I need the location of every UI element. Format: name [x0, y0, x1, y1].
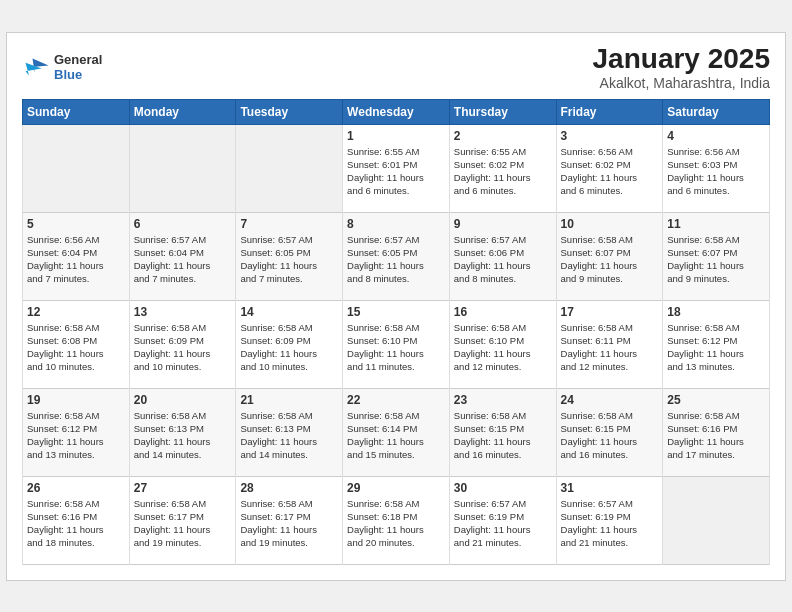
day-cell	[23, 124, 130, 212]
calendar-title: January 2025	[593, 43, 770, 75]
day-number: 16	[454, 305, 552, 319]
day-cell: 11Sunrise: 6:58 AM Sunset: 6:07 PM Dayli…	[663, 212, 770, 300]
calendar-subtitle: Akalkot, Maharashtra, India	[593, 75, 770, 91]
logo-text: General Blue	[54, 52, 102, 82]
day-number: 10	[561, 217, 659, 231]
day-header-monday: Monday	[129, 99, 236, 124]
day-info: Sunrise: 6:57 AM Sunset: 6:19 PM Dayligh…	[561, 497, 659, 550]
day-number: 12	[27, 305, 125, 319]
day-info: Sunrise: 6:58 AM Sunset: 6:08 PM Dayligh…	[27, 321, 125, 374]
day-header-tuesday: Tuesday	[236, 99, 343, 124]
day-cell: 25Sunrise: 6:58 AM Sunset: 6:16 PM Dayli…	[663, 388, 770, 476]
day-cell: 2Sunrise: 6:55 AM Sunset: 6:02 PM Daylig…	[449, 124, 556, 212]
day-cell: 27Sunrise: 6:58 AM Sunset: 6:17 PM Dayli…	[129, 476, 236, 564]
day-cell: 5Sunrise: 6:56 AM Sunset: 6:04 PM Daylig…	[23, 212, 130, 300]
week-row-0: 1Sunrise: 6:55 AM Sunset: 6:01 PM Daylig…	[23, 124, 770, 212]
day-number: 15	[347, 305, 445, 319]
day-info: Sunrise: 6:57 AM Sunset: 6:05 PM Dayligh…	[240, 233, 338, 286]
day-cell: 23Sunrise: 6:58 AM Sunset: 6:15 PM Dayli…	[449, 388, 556, 476]
week-row-4: 26Sunrise: 6:58 AM Sunset: 6:16 PM Dayli…	[23, 476, 770, 564]
day-info: Sunrise: 6:58 AM Sunset: 6:13 PM Dayligh…	[134, 409, 232, 462]
day-number: 30	[454, 481, 552, 495]
day-info: Sunrise: 6:58 AM Sunset: 6:10 PM Dayligh…	[454, 321, 552, 374]
day-cell: 21Sunrise: 6:58 AM Sunset: 6:13 PM Dayli…	[236, 388, 343, 476]
day-cell: 3Sunrise: 6:56 AM Sunset: 6:02 PM Daylig…	[556, 124, 663, 212]
day-cell	[663, 476, 770, 564]
day-info: Sunrise: 6:58 AM Sunset: 6:16 PM Dayligh…	[667, 409, 765, 462]
day-info: Sunrise: 6:58 AM Sunset: 6:12 PM Dayligh…	[27, 409, 125, 462]
day-number: 28	[240, 481, 338, 495]
day-info: Sunrise: 6:57 AM Sunset: 6:19 PM Dayligh…	[454, 497, 552, 550]
day-header-saturday: Saturday	[663, 99, 770, 124]
day-number: 18	[667, 305, 765, 319]
calendar-header: General Blue January 2025 Akalkot, Mahar…	[22, 43, 770, 91]
day-cell: 24Sunrise: 6:58 AM Sunset: 6:15 PM Dayli…	[556, 388, 663, 476]
day-info: Sunrise: 6:58 AM Sunset: 6:09 PM Dayligh…	[240, 321, 338, 374]
day-cell: 13Sunrise: 6:58 AM Sunset: 6:09 PM Dayli…	[129, 300, 236, 388]
day-info: Sunrise: 6:56 AM Sunset: 6:03 PM Dayligh…	[667, 145, 765, 198]
day-info: Sunrise: 6:57 AM Sunset: 6:06 PM Dayligh…	[454, 233, 552, 286]
day-number: 22	[347, 393, 445, 407]
week-row-3: 19Sunrise: 6:58 AM Sunset: 6:12 PM Dayli…	[23, 388, 770, 476]
day-cell: 28Sunrise: 6:58 AM Sunset: 6:17 PM Dayli…	[236, 476, 343, 564]
day-number: 24	[561, 393, 659, 407]
day-cell: 18Sunrise: 6:58 AM Sunset: 6:12 PM Dayli…	[663, 300, 770, 388]
day-number: 2	[454, 129, 552, 143]
day-number: 21	[240, 393, 338, 407]
day-number: 31	[561, 481, 659, 495]
day-cell	[236, 124, 343, 212]
day-number: 5	[27, 217, 125, 231]
day-cell: 10Sunrise: 6:58 AM Sunset: 6:07 PM Dayli…	[556, 212, 663, 300]
day-info: Sunrise: 6:58 AM Sunset: 6:07 PM Dayligh…	[561, 233, 659, 286]
day-cell: 4Sunrise: 6:56 AM Sunset: 6:03 PM Daylig…	[663, 124, 770, 212]
day-cell: 22Sunrise: 6:58 AM Sunset: 6:14 PM Dayli…	[343, 388, 450, 476]
day-info: Sunrise: 6:55 AM Sunset: 6:02 PM Dayligh…	[454, 145, 552, 198]
day-cell: 12Sunrise: 6:58 AM Sunset: 6:08 PM Dayli…	[23, 300, 130, 388]
day-cell: 31Sunrise: 6:57 AM Sunset: 6:19 PM Dayli…	[556, 476, 663, 564]
day-cell	[129, 124, 236, 212]
day-info: Sunrise: 6:58 AM Sunset: 6:17 PM Dayligh…	[240, 497, 338, 550]
day-number: 23	[454, 393, 552, 407]
day-cell: 30Sunrise: 6:57 AM Sunset: 6:19 PM Dayli…	[449, 476, 556, 564]
day-number: 19	[27, 393, 125, 407]
day-number: 8	[347, 217, 445, 231]
logo: General Blue	[22, 52, 102, 82]
calendar-container: General Blue January 2025 Akalkot, Mahar…	[6, 32, 786, 581]
day-number: 1	[347, 129, 445, 143]
day-number: 20	[134, 393, 232, 407]
day-cell: 14Sunrise: 6:58 AM Sunset: 6:09 PM Dayli…	[236, 300, 343, 388]
day-cell: 17Sunrise: 6:58 AM Sunset: 6:11 PM Dayli…	[556, 300, 663, 388]
calendar-table: SundayMondayTuesdayWednesdayThursdayFrid…	[22, 99, 770, 565]
day-number: 9	[454, 217, 552, 231]
day-info: Sunrise: 6:58 AM Sunset: 6:16 PM Dayligh…	[27, 497, 125, 550]
week-row-2: 12Sunrise: 6:58 AM Sunset: 6:08 PM Dayli…	[23, 300, 770, 388]
day-cell: 15Sunrise: 6:58 AM Sunset: 6:10 PM Dayli…	[343, 300, 450, 388]
day-number: 26	[27, 481, 125, 495]
day-info: Sunrise: 6:58 AM Sunset: 6:14 PM Dayligh…	[347, 409, 445, 462]
day-cell: 16Sunrise: 6:58 AM Sunset: 6:10 PM Dayli…	[449, 300, 556, 388]
day-cell: 26Sunrise: 6:58 AM Sunset: 6:16 PM Dayli…	[23, 476, 130, 564]
day-number: 6	[134, 217, 232, 231]
day-number: 13	[134, 305, 232, 319]
week-row-1: 5Sunrise: 6:56 AM Sunset: 6:04 PM Daylig…	[23, 212, 770, 300]
day-cell: 29Sunrise: 6:58 AM Sunset: 6:18 PM Dayli…	[343, 476, 450, 564]
day-number: 25	[667, 393, 765, 407]
day-number: 27	[134, 481, 232, 495]
day-header-thursday: Thursday	[449, 99, 556, 124]
day-header-sunday: Sunday	[23, 99, 130, 124]
day-number: 17	[561, 305, 659, 319]
day-number: 3	[561, 129, 659, 143]
day-cell: 20Sunrise: 6:58 AM Sunset: 6:13 PM Dayli…	[129, 388, 236, 476]
day-number: 14	[240, 305, 338, 319]
day-info: Sunrise: 6:58 AM Sunset: 6:09 PM Dayligh…	[134, 321, 232, 374]
day-header-friday: Friday	[556, 99, 663, 124]
day-cell: 19Sunrise: 6:58 AM Sunset: 6:12 PM Dayli…	[23, 388, 130, 476]
day-info: Sunrise: 6:56 AM Sunset: 6:02 PM Dayligh…	[561, 145, 659, 198]
day-info: Sunrise: 6:57 AM Sunset: 6:05 PM Dayligh…	[347, 233, 445, 286]
day-info: Sunrise: 6:55 AM Sunset: 6:01 PM Dayligh…	[347, 145, 445, 198]
day-info: Sunrise: 6:58 AM Sunset: 6:18 PM Dayligh…	[347, 497, 445, 550]
day-info: Sunrise: 6:58 AM Sunset: 6:15 PM Dayligh…	[561, 409, 659, 462]
day-info: Sunrise: 6:58 AM Sunset: 6:11 PM Dayligh…	[561, 321, 659, 374]
day-cell: 6Sunrise: 6:57 AM Sunset: 6:04 PM Daylig…	[129, 212, 236, 300]
day-info: Sunrise: 6:58 AM Sunset: 6:07 PM Dayligh…	[667, 233, 765, 286]
